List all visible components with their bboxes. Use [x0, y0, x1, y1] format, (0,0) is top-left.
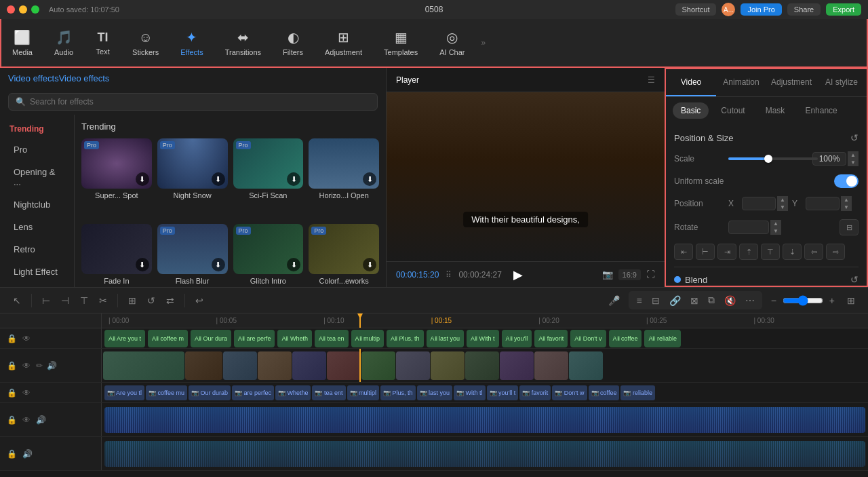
y-input[interactable]: 0: [806, 197, 840, 210]
caption-clip-2[interactable]: 📷 coffee mu: [146, 385, 187, 400]
traffic-lights[interactable]: [7, 5, 39, 14]
download-button[interactable]: ⬇: [363, 172, 376, 186]
text-clip-multip[interactable]: Aⅱ multip: [351, 330, 384, 347]
effect-item-horizonal-open[interactable]: ⬇ Horizo...l Open: [309, 138, 379, 199]
text-clip-plus-th[interactable]: Aⅱ Plus, th: [387, 330, 424, 347]
cut-tool[interactable]: ✂: [96, 293, 111, 308]
effect-item-glitch-intro[interactable]: Pro ⬇ Glitch Intro: [233, 224, 304, 285]
text-clip-dont-v[interactable]: Aⅱ Don't v: [570, 330, 606, 347]
fullscreen-button[interactable]: ⛶: [646, 269, 655, 280]
download-button[interactable]: ⬇: [287, 258, 300, 271]
caption-clip-6[interactable]: 📷 tea ent: [312, 385, 345, 400]
x-up[interactable]: ▲: [777, 196, 788, 204]
sub-tab-enhance[interactable]: Enhance: [797, 102, 845, 119]
uniform-scale-toggle[interactable]: [834, 174, 859, 188]
video-clip-8[interactable]: [396, 351, 430, 380]
sidebar-item-glitch[interactable]: Glitch: [4, 284, 70, 287]
text-clip-wheth[interactable]: Aⅱ Wheth: [277, 330, 312, 347]
text-track-lock[interactable]: 🔒: [5, 332, 18, 345]
toolbar-item-transitions[interactable]: ⬌ Transitions: [214, 24, 272, 62]
align-top-button[interactable]: ⇡: [739, 244, 758, 260]
toolbar-more-button[interactable]: »: [475, 33, 491, 53]
shortcut-button[interactable]: Shortcut: [675, 3, 717, 16]
sub-tab-cutout[interactable]: Cutout: [713, 102, 753, 119]
audio-2-volume[interactable]: 🔊: [21, 448, 34, 460]
caption-track-visibility[interactable]: 👁: [21, 387, 32, 399]
video-clip-2[interactable]: [185, 351, 222, 380]
video-clip-1[interactable]: [103, 351, 184, 380]
toolbar-item-adjustment[interactable]: ⊞ Adjustment: [314, 24, 373, 62]
sidebar-item-lens[interactable]: Lens: [4, 216, 70, 237]
tab-video[interactable]: Video: [666, 69, 716, 96]
effect-item-super-spot[interactable]: Pro ⬇ Super... Spot: [81, 138, 152, 199]
scale-down[interactable]: ▼: [848, 159, 859, 166]
effect-item-scifi-scan[interactable]: Pro ⬇ Sci-Fi Scan: [233, 138, 304, 199]
video-clip-7[interactable]: [361, 351, 395, 380]
text-clip-our-dura[interactable]: Aⅱ Our dura: [191, 330, 231, 347]
text-clip-youll[interactable]: Aⅱ you'll: [502, 330, 532, 347]
y-down[interactable]: ▼: [841, 204, 852, 211]
crop-tool[interactable]: ⊞: [125, 293, 140, 308]
audio-1-volume[interactable]: 🔊: [35, 414, 47, 426]
video-clip-12[interactable]: [534, 351, 568, 380]
caption-clip-3[interactable]: 📷 Our durab: [189, 385, 231, 400]
audio-2-lock[interactable]: 🔒: [5, 448, 18, 460]
more-button[interactable]: ⋯: [742, 293, 758, 308]
effect-item-night-snow[interactable]: Pro ⬇ Night Snow: [157, 138, 228, 199]
video-clip-5[interactable]: [292, 351, 326, 380]
text-clip-coffee[interactable]: Aⅱ coffee m: [148, 330, 188, 347]
rotate-up[interactable]: ▲: [770, 220, 781, 227]
record-button[interactable]: 🎤: [605, 293, 623, 308]
download-button[interactable]: ⬇: [212, 172, 225, 186]
video-clip-6[interactable]: [327, 351, 361, 380]
align-left-button[interactable]: ⇤: [674, 244, 693, 260]
caption-clip-15[interactable]: 📷 reliable: [620, 385, 655, 400]
download-button[interactable]: ⬇: [363, 258, 376, 271]
effect-item-flash-blur[interactable]: Pro ⬇ Flash Blur: [157, 224, 228, 285]
effect-item-fade-in[interactable]: ⬇ Fade In: [81, 224, 152, 285]
text-clip-last-you[interactable]: Aⅱ last you: [427, 330, 465, 347]
copy-button[interactable]: ⧉: [705, 292, 718, 308]
link-button[interactable]: 🔗: [666, 293, 684, 308]
rotate-tool[interactable]: ↺: [144, 293, 159, 308]
toolbar-item-filters[interactable]: ◐ Filters: [272, 24, 314, 62]
select-tool[interactable]: ↖: [9, 293, 24, 308]
sidebar-item-light-effect[interactable]: Light Effect: [4, 261, 70, 282]
align-center-v-button[interactable]: ⊤: [761, 244, 780, 260]
align-right-button[interactable]: ⇥: [717, 244, 736, 260]
video-clip-10[interactable]: [465, 351, 499, 380]
unlink-button[interactable]: ⊠: [687, 293, 702, 308]
rotate-arrows[interactable]: ▲ ▼: [770, 220, 781, 235]
toolbar-item-ai-char[interactable]: ◎ AI Char: [429, 24, 475, 62]
scale-up[interactable]: ▲: [848, 151, 859, 159]
caption-clip-5[interactable]: 📷 Whethe: [275, 385, 311, 400]
toolbar-item-stickers[interactable]: ☺ Stickers: [121, 24, 170, 62]
zoom-in-button[interactable]: +: [826, 293, 838, 308]
video-track-visibility[interactable]: 👁: [21, 360, 32, 372]
rotate-input[interactable]: 0°: [728, 221, 769, 234]
tab-animation[interactable]: Animation: [716, 69, 766, 96]
track-view-button[interactable]: ≡: [633, 293, 645, 308]
caption-track-lock[interactable]: 🔒: [5, 387, 18, 399]
scale-spinbox-arrows[interactable]: ▲ ▼: [848, 151, 859, 166]
zoom-out-button[interactable]: −: [768, 293, 780, 308]
toolbar-item-effects[interactable]: ✦ Effects: [170, 24, 214, 62]
caption-clip-1[interactable]: 📷 Are you tl: [104, 385, 144, 400]
video-clip-3[interactable]: [223, 351, 257, 380]
mirror-tool[interactable]: ⇄: [163, 293, 178, 308]
text-clip-with-t[interactable]: Aⅱ With t: [467, 330, 499, 347]
rotate-spinbox[interactable]: 0° ▲ ▼: [728, 220, 835, 235]
toolbar-item-audio[interactable]: 🎵 Audio: [43, 24, 84, 62]
video-track-lock[interactable]: 🔒: [5, 360, 18, 372]
toolbar-item-text[interactable]: TI Text: [84, 25, 121, 61]
minimize-button[interactable]: [19, 5, 27, 14]
sub-tab-basic[interactable]: Basic: [673, 102, 709, 119]
delete-tool[interactable]: ⊣: [58, 293, 73, 308]
text-clip-are-you[interactable]: Aⅱ Are you t: [104, 330, 145, 347]
video-clip-11[interactable]: [500, 351, 534, 380]
download-button[interactable]: ⬇: [136, 258, 149, 271]
caption-clip-13[interactable]: 📷 Don't w: [552, 385, 587, 400]
search-input-container[interactable]: 🔍: [8, 93, 378, 111]
export-button[interactable]: Export: [826, 3, 861, 16]
sub-tab-mask[interactable]: Mask: [757, 102, 793, 119]
